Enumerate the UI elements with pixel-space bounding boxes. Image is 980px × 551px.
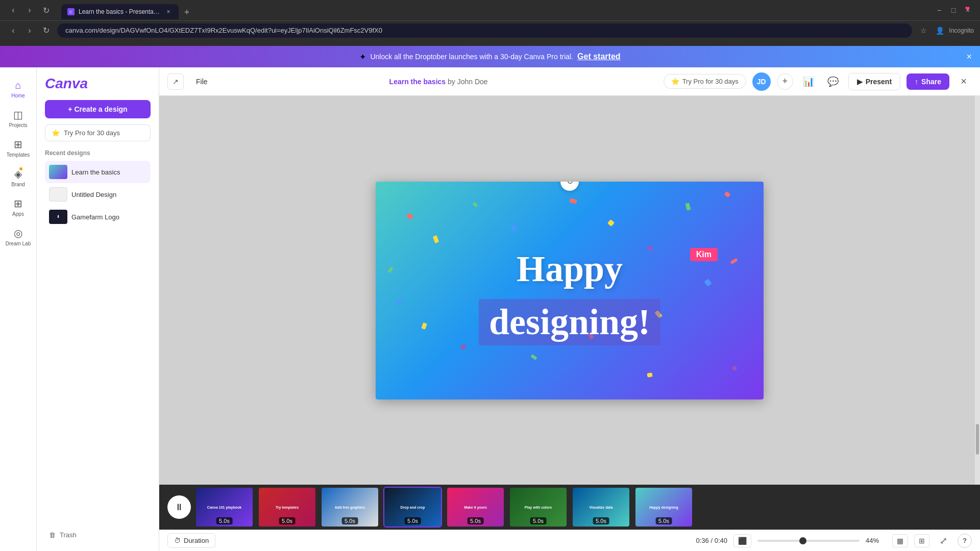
slide-thumb-3[interactable]: Add free graphics 5.0s <box>321 487 379 528</box>
comment-button[interactable]: 💬 <box>824 72 842 91</box>
toolbar-pro-label: Try Pro for 30 days <box>682 78 739 85</box>
incognito-label: Incognito <box>949 27 974 34</box>
scrollbar-thumb[interactable] <box>976 424 979 455</box>
create-design-button[interactable]: + Create a design <box>45 100 151 118</box>
confetti-4 <box>510 224 517 232</box>
brand-icon: ◈ <box>14 168 22 180</box>
time-current: 0:36 <box>696 537 709 544</box>
recent-item-learn-basics[interactable]: Learn the basics <box>45 161 151 183</box>
slide-thumb-6[interactable]: Play with colors 5.0s <box>509 487 568 528</box>
sidebar-item-apps[interactable]: ⊞ Apps <box>3 193 34 221</box>
user-avatar[interactable]: JD <box>752 72 771 91</box>
slide-thumb-7[interactable]: Visualize data 5.0s <box>572 487 630 528</box>
dreamlab-icon: ◎ <box>14 227 22 239</box>
banner-text: Unlock all the Droptober launches with a… <box>370 53 573 61</box>
app-container: ✦ Unlock all the Droptober launches with… <box>0 46 980 551</box>
slide-8-label: Happy designing <box>649 506 678 509</box>
reload-button-2[interactable]: ↻ <box>39 23 53 38</box>
try-pro-button[interactable]: ⭐ Try Pro for 30 days <box>45 124 151 141</box>
kim-collaborator-badge: Kim <box>690 248 718 261</box>
external-link-button[interactable]: ↗ <box>167 73 184 90</box>
slide-thumb-5[interactable]: Make it yours 5.0s <box>446 487 505 528</box>
fullscreen-button[interactable]: ⤢ <box>936 533 951 548</box>
star-button[interactable]: ☆ <box>916 23 930 38</box>
reload-button[interactable]: ↻ <box>39 3 53 17</box>
zoom-slider[interactable] <box>757 540 860 542</box>
timeline-bar: ♥ ⏸ Canva 101 playbook 5.0s Try template… <box>159 485 980 551</box>
slide-thumb-4[interactable]: Drop and crop 5.0s <box>383 487 442 528</box>
file-menu-button[interactable]: File <box>190 74 214 89</box>
slide-3-duration: 5.0s <box>341 517 358 524</box>
slide-refresh-button[interactable]: ↻ <box>560 182 579 191</box>
forward-button[interactable]: › <box>22 3 37 17</box>
slide-2-duration: 5.0s <box>279 517 296 524</box>
confetti-10 <box>395 299 402 306</box>
slide-3-label: Add free graphics <box>335 506 365 509</box>
canvas-timeline-container: Happy designing! Kim ↻ ♥ ⏸ <box>159 96 980 551</box>
back-button[interactable]: ‹ <box>6 3 20 17</box>
tile-view-button[interactable]: ⊞ <box>914 534 929 547</box>
by-author: by John Doe <box>448 78 488 86</box>
zoom-slider-container <box>757 540 860 542</box>
confetti-3 <box>472 202 478 208</box>
recent-item-gamefarm[interactable]: ⬇ Gamefarm Logo <box>45 206 151 228</box>
duration-label: Duration <box>184 537 209 544</box>
editor-area: ↗ File Learn the basics by John Doe ⭐ Tr… <box>159 67 980 551</box>
toolbar-pro-button[interactable]: ⭐ Try Pro for 30 days <box>664 74 746 89</box>
forward-button-2[interactable]: › <box>22 23 37 38</box>
help-button[interactable]: ? <box>958 534 972 548</box>
present-button[interactable]: ▶ Present <box>848 73 900 90</box>
back-button-2[interactable]: ‹ <box>6 23 20 38</box>
editor-close-button[interactable]: × <box>955 73 972 90</box>
slide-6-label: Play with colors <box>525 506 552 509</box>
sidebar-item-brand[interactable]: ◈ Brand <box>3 164 34 191</box>
duration-button[interactable]: ⏱ Duration <box>167 533 215 548</box>
grid-view-button[interactable]: ▦ <box>892 534 908 547</box>
browser-actions: ☆ 👤 Incognito <box>916 23 974 38</box>
sidebar-item-projects[interactable]: ◫ Projects <box>3 105 34 132</box>
sidebar-item-templates[interactable]: ⊞ Templates <box>3 134 34 162</box>
slide-thumb-1[interactable]: Canva 101 playbook 5.0s <box>195 487 254 528</box>
share-button[interactable]: ↑ Share <box>906 73 949 90</box>
get-started-link[interactable]: Get started <box>577 52 620 61</box>
sidebar-item-dreamlab[interactable]: ◎ Dream Lab <box>3 223 34 251</box>
new-tab-button[interactable]: + <box>180 5 194 19</box>
recent-item-untitled[interactable]: Untitled Design <box>45 183 151 206</box>
play-pause-button[interactable]: ⏸ <box>167 495 191 519</box>
slide-6-duration: 5.0s <box>530 517 547 524</box>
analytics-button[interactable]: 📊 <box>799 72 818 91</box>
canvas-wrapper: Happy designing! Kim ↻ <box>159 96 980 485</box>
active-tab[interactable]: C Learn the basics - Presentation × <box>61 4 179 19</box>
minimize-button[interactable]: − <box>933 4 945 16</box>
slide-7-duration: 5.0s <box>593 517 609 524</box>
recent-thumb-untitled <box>49 187 67 202</box>
slide-thumb-2[interactable]: Try templates 5.0s <box>258 487 316 528</box>
pro-btn-label: Try Pro for 30 days <box>64 129 120 137</box>
slide-happy-text: Happy <box>517 248 623 290</box>
incognito-button[interactable]: 👤 <box>933 23 947 38</box>
address-input[interactable] <box>57 23 912 38</box>
brand-badge <box>19 167 23 171</box>
monitor-button[interactable]: ⬛ <box>733 534 751 547</box>
trash-icon: 🗑 <box>49 531 56 539</box>
add-collaborator-button[interactable]: + <box>777 73 793 90</box>
slide-thumb-8[interactable]: Happy designing 5.0s <box>634 487 693 528</box>
trash-button[interactable]: 🗑 Trash <box>45 527 151 543</box>
sidebar-item-home[interactable]: ⌂ Home <box>3 76 34 103</box>
present-label: Present <box>866 78 892 86</box>
vertical-scrollbar[interactable] <box>975 96 980 485</box>
tab-close-button[interactable]: × <box>164 8 173 16</box>
home-label: Home <box>11 93 25 98</box>
recent-thumb-learn-basics <box>49 165 67 179</box>
canva-logo: Canva <box>45 76 151 92</box>
banner-close-button[interactable]: × <box>966 52 972 62</box>
canvas-slide[interactable]: Happy designing! Kim ↻ <box>376 182 764 399</box>
projects-label: Projects <box>9 122 27 128</box>
projects-icon: ◫ <box>13 109 23 121</box>
slide-1-duration: 5.0s <box>216 517 233 524</box>
recent-section-title: Recent designs <box>45 149 151 157</box>
toolbar-title-area: Learn the basics by John Doe <box>220 77 657 86</box>
confetti-17 <box>732 366 737 371</box>
status-bar: ⏱ Duration 0:36 / 0:40 ⬛ <box>159 530 980 551</box>
maximize-button[interactable]: □ <box>947 4 960 16</box>
